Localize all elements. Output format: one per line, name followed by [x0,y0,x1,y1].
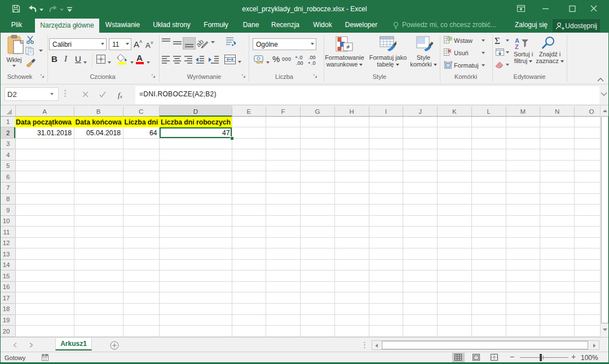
svg-text:H: H [349,108,354,115]
svg-text:1: 1 [6,118,10,125]
svg-text:L: L [487,108,491,115]
svg-text:19: 19 [3,317,10,323]
svg-text:K: K [452,108,457,115]
svg-text:10: 10 [3,217,10,224]
svg-text:B: B [96,108,101,115]
svg-text:F: F [281,108,285,115]
svg-text:N: N [555,108,559,115]
svg-text:I: I [385,108,387,115]
svg-text:13: 13 [3,251,10,258]
svg-text:15: 15 [3,273,10,279]
svg-text:C: C [139,108,143,115]
svg-text:12: 12 [3,239,10,246]
svg-text:fx: fx [118,91,122,99]
svg-text:Liczba dni roboczych: Liczba dni roboczych [161,118,231,126]
svg-text:6: 6 [6,174,10,180]
svg-text:O: O [589,108,594,115]
svg-text:5: 5 [6,162,10,169]
svg-text:M: M [520,108,526,115]
svg-text:Data końcowa: Data końcowa [76,118,122,126]
svg-text:D: D [193,108,198,115]
svg-text:.0: .0 [298,55,303,60]
svg-text:4: 4 [6,152,10,158]
svg-text:Data początkowa: Data początkowa [16,118,72,126]
svg-text:64: 64 [149,129,157,137]
svg-text:J: J [418,108,422,115]
svg-text:E: E [247,108,251,115]
svg-text:31.01.2018: 31.01.2018 [37,129,72,137]
svg-text:Z: Z [515,43,519,50]
svg-text:2: 2 [6,130,10,136]
svg-text:7: 7 [6,184,10,191]
svg-text:Liczba dni: Liczba dni [125,118,158,126]
svg-text:.00: .00 [308,55,316,60]
svg-text:17: 17 [3,295,10,301]
svg-text:9: 9 [6,207,10,214]
svg-text:G: G [315,108,320,115]
svg-text:≠: ≠ [346,43,350,50]
svg-text:47: 47 [222,129,230,137]
svg-text:05.04.2018: 05.04.2018 [86,129,121,137]
svg-text:16: 16 [3,283,10,290]
svg-text:14: 14 [3,261,10,268]
svg-text:18: 18 [3,305,10,312]
svg-text:3: 3 [6,140,10,147]
svg-text:.00: .00 [296,60,303,66]
svg-text:8: 8 [6,196,10,202]
svg-text:20: 20 [3,328,10,335]
svg-text:11: 11 [3,229,10,236]
svg-text:A: A [42,108,47,115]
svg-text:.0: .0 [311,60,316,66]
